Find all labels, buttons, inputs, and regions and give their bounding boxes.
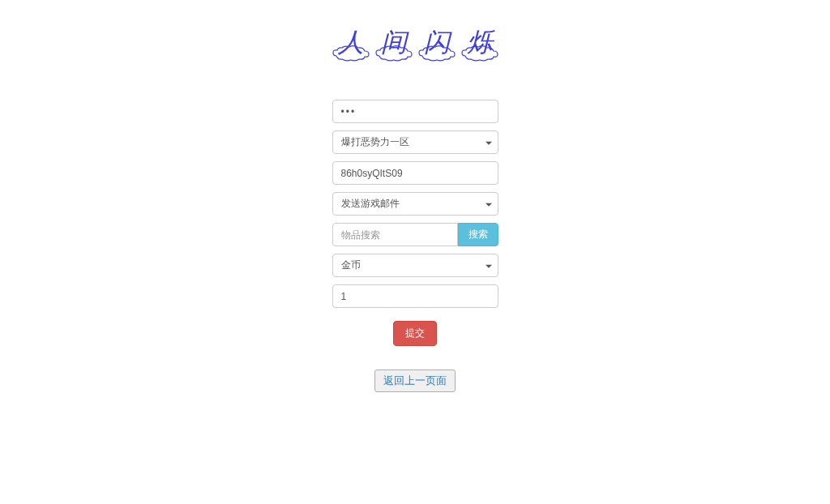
main-container: 人 间 闪 烁 爆打恶势力一区 — [0, 0, 830, 392]
form: 爆打恶势力一区 发送游戏邮件 搜索 金币 提交 返回上一页面 — [332, 100, 498, 392]
submit-row: 提交 — [332, 321, 498, 346]
password-field[interactable] — [332, 100, 498, 123]
action-select-wrap: 发送游戏邮件 — [332, 192, 498, 216]
logo: 人 间 闪 烁 — [332, 24, 498, 69]
back-row: 返回上一页面 — [332, 369, 498, 392]
back-button[interactable]: 返回上一页面 — [374, 369, 456, 392]
logo-char-1: 人 — [332, 24, 369, 69]
submit-button[interactable]: 提交 — [393, 321, 437, 346]
logo-char-4: 烁 — [461, 24, 498, 69]
action-select[interactable]: 发送游戏邮件 — [332, 192, 498, 216]
code-field[interactable] — [332, 161, 498, 185]
logo-glyph: 烁 — [467, 24, 493, 55]
logo-char-3: 闪 — [418, 24, 455, 69]
search-button[interactable]: 搜索 — [458, 223, 498, 246]
server-select[interactable]: 爆打恶势力一区 — [332, 130, 498, 154]
server-select-wrap: 爆打恶势力一区 — [332, 130, 498, 154]
item-select[interactable]: 金币 — [332, 254, 498, 277]
logo-glyph: 人 — [338, 24, 364, 55]
logo-glyph: 闪 — [424, 24, 450, 55]
search-input[interactable] — [332, 223, 458, 246]
quantity-field[interactable] — [332, 284, 498, 308]
item-select-wrap: 金币 — [332, 254, 498, 277]
search-group: 搜索 — [332, 223, 498, 246]
logo-char-2: 间 — [375, 24, 412, 69]
logo-glyph: 间 — [381, 24, 407, 55]
